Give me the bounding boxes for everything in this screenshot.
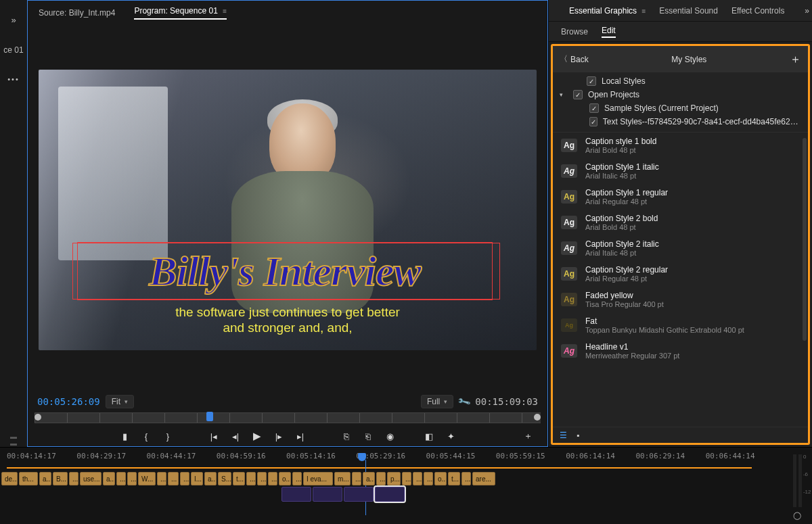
mark-in-icon[interactable]: ▮ (120, 431, 129, 442)
settings-icon[interactable]: 🔧 (457, 395, 472, 409)
caption-clip[interactable]: o... (279, 472, 291, 485)
caption-clip[interactable]: ... (168, 472, 179, 485)
back-button[interactable]: 〈Back (560, 53, 589, 65)
checkbox-icon[interactable] (589, 117, 597, 126)
style-item[interactable]: Ag Caption Style 1 italic Arial Italic 4… (553, 158, 808, 184)
style-item[interactable]: Ag Headline v1 Merriweather Regular 307 … (553, 338, 808, 364)
tab-program[interactable]: Program: Sequence 01 ≡ (134, 6, 227, 20)
step-back-icon[interactable]: ◂| (231, 431, 240, 442)
style-item[interactable]: Ag Caption Style 1 regular Arial Regular… (553, 184, 808, 210)
resolution-select[interactable]: Full▾ (421, 395, 453, 408)
caption-clip[interactable]: ... (424, 472, 433, 485)
caption-clip[interactable]: ... (157, 472, 166, 485)
extract-icon[interactable]: ⎗ (363, 431, 373, 442)
video-clip[interactable] (344, 487, 374, 502)
list-view-icon[interactable]: ☰ (560, 431, 567, 440)
lift-icon[interactable]: ⎘ (342, 431, 351, 442)
more-icon[interactable]: ••• (7, 75, 20, 83)
subtab-browse[interactable]: Browse (561, 27, 588, 37)
caption-clip[interactable]: m... (334, 472, 351, 485)
title-graphic-bounds[interactable]: Billy's Interview (72, 243, 500, 300)
bracket-close-icon[interactable]: } (163, 431, 173, 442)
mini-timeline[interactable] (35, 412, 541, 423)
caption-clip[interactable]: B... (53, 472, 68, 485)
panel-menu-icon[interactable]: ≡ (641, 7, 646, 15)
checkbox-icon[interactable] (587, 76, 596, 86)
caption-clip[interactable]: ... (413, 472, 422, 485)
filter-file[interactable]: Text Styles--f5784529-90c7-8a41-cecf-dd4… (560, 117, 801, 126)
export-frame-icon[interactable]: ◉ (385, 431, 394, 442)
styles-list[interactable]: Ag Caption style 1 bold Arial Bold 48 pt… (553, 133, 808, 427)
scrollbar-handle-right[interactable] (534, 414, 541, 421)
timecode-in[interactable]: 00:05:26:09 (37, 396, 100, 407)
caption-clip[interactable]: o... (434, 472, 447, 485)
solo-icon[interactable]: ◯ (793, 511, 801, 520)
timecode-out[interactable]: 00:15:09:03 (475, 396, 538, 407)
style-item[interactable]: Ag Fat Toppan Bunkyu Midashi Gothic Extr… (553, 312, 808, 338)
caption-clip[interactable]: ... (246, 472, 256, 485)
style-item[interactable]: Ag Caption Style 2 bold Arial Bold 48 pt (553, 210, 808, 235)
chevron-right-icon[interactable]: » (11, 15, 16, 25)
tab-source[interactable]: Source: Billy_Int.mp4 (39, 8, 115, 18)
caption-clip[interactable]: th... (19, 472, 38, 485)
caption-clip[interactable]: are... (472, 472, 495, 485)
tab-effect-controls[interactable]: Effect Controls (731, 6, 784, 16)
chevron-down-icon[interactable]: ▾ (560, 91, 568, 98)
caption-clip[interactable]: W... (138, 472, 156, 485)
play-icon[interactable]: ▶ (252, 430, 262, 442)
subtab-edit[interactable]: Edit (602, 26, 616, 38)
zoom-select[interactable]: Fit▾ (106, 395, 134, 408)
filter-open-projects[interactable]: ▾ Open Projects (560, 90, 801, 99)
chevron-right-icon[interactable]: » (805, 6, 809, 16)
safe-margins-icon[interactable]: ✦ (446, 431, 455, 442)
tab-essential-graphics[interactable]: Essential Graphics ≡ (569, 6, 646, 16)
caption-clip[interactable]: I... (191, 472, 203, 485)
scrollbar[interactable] (803, 138, 807, 341)
caption-clip[interactable]: ... (461, 472, 471, 485)
style-item[interactable]: Ag Caption Style 2 regular Arial Regular… (553, 261, 808, 287)
tab-essential-sound[interactable]: Essential Sound (659, 6, 718, 16)
caption-clip[interactable]: ... (376, 472, 386, 485)
video-clip[interactable] (281, 487, 311, 502)
caption-clip[interactable]: t... (233, 472, 245, 485)
caption-clip[interactable]: ... (127, 472, 137, 485)
grid-view-icon[interactable]: ▪ (577, 431, 579, 440)
caption-clip[interactable]: a... (363, 472, 375, 485)
caption-clip[interactable]: ... (180, 472, 189, 485)
checkbox-icon[interactable] (589, 103, 599, 113)
title-text[interactable]: Billy's Interview (149, 247, 421, 295)
caption-clip[interactable]: ... (268, 472, 277, 485)
timeline-track-area[interactable]: 00:04:14:1700:04:29:1700:04:44:1700:04:5… (0, 448, 782, 524)
caption-clip[interactable]: ... (352, 472, 361, 485)
style-item[interactable]: Ag Caption Style 2 italic Arial Italic 4… (553, 235, 808, 261)
step-fwd-icon[interactable]: |▸ (274, 431, 284, 442)
mini-playhead[interactable] (206, 412, 213, 421)
caption-clip[interactable]: a... (39, 472, 51, 485)
caption-clip[interactable]: S... (218, 472, 231, 485)
button-editor-icon[interactable]: ＋ (523, 430, 533, 442)
caption-clip[interactable]: p... (387, 472, 401, 485)
checkbox-icon[interactable] (573, 90, 583, 99)
caption-clip[interactable]: a... (204, 472, 217, 485)
panel-menu-icon[interactable]: ≡ (223, 7, 227, 15)
caption-clip[interactable]: ... (402, 472, 411, 485)
style-item[interactable]: Ag Caption style 1 bold Arial Bold 48 pt (553, 133, 808, 158)
compare-icon[interactable]: ◧ (424, 431, 434, 442)
goto-in-icon[interactable]: |◂ (209, 431, 219, 442)
caption-clip[interactable]: ... (116, 472, 126, 485)
caption-clip[interactable]: ... (69, 472, 78, 485)
caption-clip[interactable]: use... (80, 472, 102, 485)
filter-local[interactable]: Local Styles (560, 76, 801, 86)
caption-clip[interactable]: I eva... (303, 472, 333, 485)
goto-out-icon[interactable]: ▸| (296, 431, 305, 442)
caption-clip[interactable]: t... (448, 472, 460, 485)
caption-clip[interactable]: a... (103, 472, 115, 485)
video-clip[interactable] (313, 487, 342, 502)
scrollbar-handle-left[interactable] (35, 414, 41, 421)
video-clip-selected[interactable] (375, 487, 405, 502)
caption-clip[interactable]: de... (1, 472, 18, 485)
caption-clip[interactable]: ... (257, 472, 267, 485)
style-item[interactable]: Ag Faded yellow Tisa Pro Regular 400 pt (553, 287, 808, 312)
filter-sample[interactable]: Sample Styles (Current Project) (560, 103, 801, 113)
video-viewer[interactable]: Billy's Interview the software just cont… (39, 70, 537, 350)
